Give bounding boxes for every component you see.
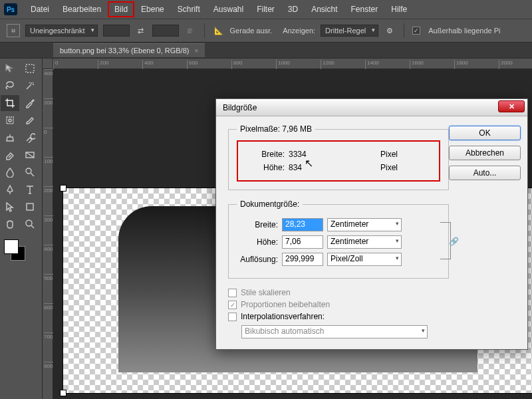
doc-width-input[interactable]: 28,23 bbox=[282, 218, 323, 231]
pen-tool[interactable] bbox=[1, 182, 19, 198]
document-size-legend: Dokumentgröße: bbox=[237, 200, 303, 209]
ok-button[interactable]: OK bbox=[449, 126, 521, 140]
history-brush-tool[interactable] bbox=[21, 130, 39, 146]
pixel-dimensions-group: Pixelmaße: 7,96 MB Breite: 3334 Pixel Hö… bbox=[228, 124, 449, 190]
blur-tool[interactable] bbox=[1, 164, 19, 180]
svg-point-4 bbox=[26, 168, 31, 174]
svg-rect-5 bbox=[27, 203, 33, 210]
interpolation-select[interactable]: Bikubisch automatisch bbox=[241, 325, 428, 338]
resolution-unit-select[interactable]: Pixel/Zoll bbox=[327, 253, 402, 266]
pixel-height-label: Höhe: bbox=[243, 163, 285, 172]
menu-auswahl[interactable]: Auswahl bbox=[207, 1, 250, 17]
doc-height-label: Höhe: bbox=[237, 237, 278, 247]
menu-fenster[interactable]: Fenster bbox=[344, 1, 385, 17]
delete-cropped-checkbox[interactable]: ✓ bbox=[412, 27, 420, 35]
crop-tool[interactable] bbox=[1, 95, 19, 111]
svg-point-2 bbox=[9, 119, 11, 122]
pixel-height-unit: Pixel bbox=[380, 163, 434, 172]
menu-3d[interactable]: 3D bbox=[281, 1, 305, 17]
move-tool[interactable] bbox=[1, 61, 19, 76]
resolution-input[interactable]: 299,999 bbox=[282, 253, 323, 266]
marquee-tool[interactable] bbox=[21, 61, 39, 76]
menu-datei[interactable]: Datei bbox=[24, 1, 56, 17]
dodge-tool[interactable] bbox=[21, 164, 39, 180]
show-label: Anzeigen: bbox=[283, 27, 315, 35]
pixel-width-label: Breite: bbox=[243, 150, 285, 159]
color-swatches[interactable] bbox=[1, 238, 39, 265]
ruler-horizontal: 0200400600800100012001400160018002000 bbox=[53, 59, 532, 69]
document-tab[interactable]: button.png bei 33,3% (Ebene 0, RGB/8) × bbox=[53, 43, 205, 57]
straighten-icon[interactable]: 📐 bbox=[213, 25, 225, 37]
auto-button[interactable]: Auto... bbox=[449, 166, 521, 180]
type-tool[interactable] bbox=[21, 182, 39, 198]
zoom-tool[interactable] bbox=[21, 216, 39, 232]
image-size-dialog: Bildgröße ✕ Pixelmaße: 7,96 MB Breite: 3… bbox=[215, 98, 528, 350]
pixel-width-unit: Pixel bbox=[380, 150, 434, 159]
menu-bild[interactable]: Bild bbox=[108, 1, 134, 17]
document-tab-label: button.png bei 33,3% (Ebene 0, RGB/8) bbox=[60, 47, 189, 55]
cancel-button[interactable]: Abbrechen bbox=[449, 146, 521, 160]
dialog-titlebar[interactable]: Bildgröße ✕ bbox=[216, 99, 527, 116]
toolbox bbox=[0, 59, 43, 399]
link-icon[interactable]: 🔗 bbox=[449, 237, 459, 246]
eyedropper-tool[interactable] bbox=[21, 95, 39, 111]
eraser-tool[interactable] bbox=[1, 147, 19, 163]
ratio-dropdown[interactable]: Uneingeschränkt bbox=[25, 25, 98, 37]
svg-rect-1 bbox=[7, 117, 13, 124]
magic-wand-tool[interactable] bbox=[21, 78, 39, 94]
healing-brush-tool[interactable] bbox=[1, 112, 19, 128]
interpolation-row: Interpolationsverfahren: bbox=[228, 312, 449, 321]
svg-rect-0 bbox=[26, 65, 34, 72]
menu-filter[interactable]: Filter bbox=[250, 1, 281, 17]
scale-styles-row: Stile skalieren bbox=[228, 288, 449, 297]
options-bar: ⌗ Uneingeschränkt ⇄ ⎚ 📐 Gerade ausr. Anz… bbox=[0, 19, 532, 43]
menu-bearbeiten[interactable]: Bearbeiten bbox=[56, 1, 108, 17]
document-tab-bar: button.png bei 33,3% (Ebene 0, RGB/8) × bbox=[0, 43, 532, 59]
delete-cropped-label: Außerhalb liegende Pi bbox=[428, 27, 500, 35]
constrain-checkbox[interactable]: ✓ bbox=[228, 301, 237, 309]
clear-icon[interactable]: ⎚ bbox=[184, 25, 196, 37]
doc-width-unit-select[interactable]: Zentimeter bbox=[327, 218, 402, 231]
shape-tool[interactable] bbox=[21, 199, 39, 215]
menu-ansicht[interactable]: Ansicht bbox=[305, 1, 344, 17]
doc-height-input[interactable]: 7,06 bbox=[282, 235, 323, 249]
constrain-row: ✓ Proportionen beibehalten bbox=[228, 300, 449, 309]
interpolation-checkbox[interactable] bbox=[228, 313, 237, 321]
close-tab-icon[interactable]: × bbox=[194, 47, 198, 55]
doc-width-label: Breite: bbox=[237, 220, 278, 229]
pixel-height-value: 834 bbox=[289, 163, 326, 172]
scale-styles-label: Stile skalieren bbox=[241, 288, 291, 297]
menu-bar: Ps DateiBearbeitenBildEbeneSchriftAuswah… bbox=[0, 0, 532, 19]
hand-tool[interactable] bbox=[1, 216, 19, 232]
ruler-vertical: 4002000100200300400500600700800 bbox=[43, 69, 53, 399]
svg-point-6 bbox=[26, 220, 32, 226]
dialog-title: Bildgröße bbox=[223, 103, 257, 112]
ratio-height-input[interactable] bbox=[152, 25, 179, 37]
menu-schrift[interactable]: Schrift bbox=[171, 1, 207, 17]
app-logo-icon: Ps bbox=[4, 3, 17, 15]
scale-styles-checkbox[interactable] bbox=[228, 289, 237, 297]
path-selection-tool[interactable] bbox=[1, 199, 19, 215]
clone-stamp-tool[interactable] bbox=[1, 130, 19, 146]
menu-hilfe[interactable]: Hilfe bbox=[384, 1, 414, 17]
gradient-tool[interactable] bbox=[21, 147, 39, 163]
pixel-dimensions-legend: Pixelmaße: 7,96 MB bbox=[237, 124, 315, 134]
interpolation-label: Interpolationsverfahren: bbox=[241, 312, 325, 321]
crop-tool-icon: ⌗ bbox=[7, 24, 20, 37]
brush-tool[interactable] bbox=[21, 112, 39, 128]
ratio-width-input[interactable] bbox=[103, 25, 130, 37]
doc-height-unit-select[interactable]: Zentimeter bbox=[327, 235, 402, 249]
pixel-width-value: 3334 bbox=[289, 150, 326, 159]
swap-icon[interactable]: ⇄ bbox=[135, 25, 147, 37]
gear-icon[interactable]: ⚙ bbox=[384, 25, 396, 37]
close-button[interactable]: ✕ bbox=[498, 100, 525, 112]
constrain-label: Proportionen beibehalten bbox=[241, 300, 330, 309]
document-size-group: Dokumentgröße: Breite: 28,23 Zentimeter … bbox=[228, 200, 449, 279]
lasso-tool[interactable] bbox=[1, 78, 19, 94]
resolution-label: Auflösung: bbox=[237, 255, 278, 264]
straighten-label: Gerade ausr. bbox=[230, 27, 273, 35]
menu-ebene[interactable]: Ebene bbox=[134, 1, 171, 17]
overlay-dropdown[interactable]: Drittel-Regel bbox=[321, 25, 378, 37]
